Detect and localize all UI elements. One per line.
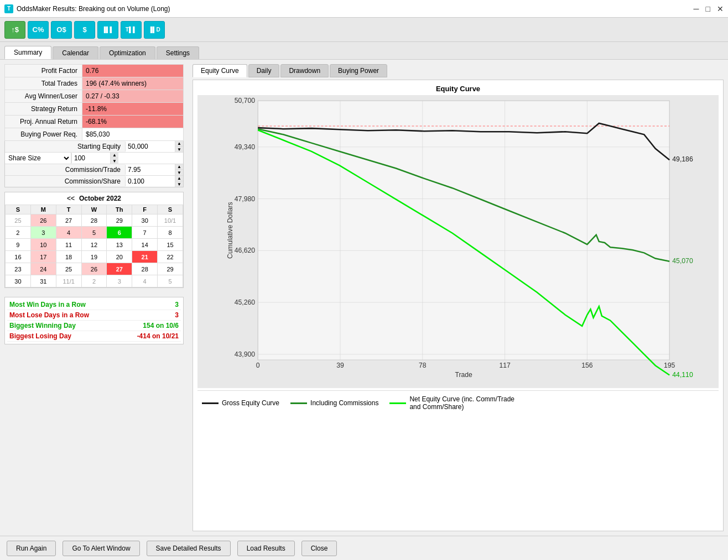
most-win-days-value: 3	[175, 301, 179, 308]
commission-share-down[interactable]: ▼	[175, 181, 183, 187]
starting-equity-down[interactable]: ▼	[175, 146, 183, 152]
cal-hdr-s: S	[6, 205, 31, 214]
share-size-spinner[interactable]: ▲ ▼	[110, 153, 118, 164]
toolbar-btn-up-dollar[interactable]: ↑$	[4, 21, 25, 39]
title-bar-left: T OddsMaker Results: Breaking out on Vol…	[4, 4, 170, 13]
cal-day: 27	[56, 214, 81, 227]
cal-day: 20	[107, 251, 132, 263]
share-size-down[interactable]: ▼	[111, 158, 118, 164]
cal-day: 9	[6, 239, 31, 251]
tab-summary[interactable]: Summary	[4, 46, 51, 59]
svg-text:50,700: 50,700	[235, 97, 256, 104]
main-tab-bar: Summary Calendar Optimization Settings	[0, 42, 728, 60]
commission-share-up[interactable]: ▲	[175, 176, 183, 181]
main-content: Profit Factor 0.76 Total Trades 196 (47.…	[0, 60, 728, 536]
svg-text:156: 156	[581, 362, 593, 369]
app-icon: T	[4, 4, 13, 13]
cal-day: 28	[132, 263, 158, 275]
cal-hdr-sat: S	[158, 205, 183, 214]
cal-day: 31	[30, 275, 56, 287]
chart-area: 50,700 49,340 47,980 46,620 45,260 43,90…	[197, 95, 719, 388]
toolbar-btn-dollar[interactable]: $	[74, 21, 95, 39]
buying-power-req-value: $85,030	[82, 128, 184, 141]
legend-gross-line	[202, 402, 219, 404]
chart-tab-equity[interactable]: Equity Curve	[193, 64, 247, 77]
cal-day: 3	[107, 275, 132, 287]
commission-share-spinner[interactable]: ▲ ▼	[175, 176, 183, 187]
share-size-input[interactable]	[71, 153, 110, 163]
svg-text:47,980: 47,980	[235, 195, 256, 203]
cal-day: 15	[158, 239, 183, 251]
calendar-section: << October 2022 S M T W Th F S 25 26 27 …	[4, 192, 184, 288]
commission-share-input[interactable]	[125, 176, 175, 186]
cal-day: 17	[30, 251, 56, 263]
tab-settings[interactable]: Settings	[157, 46, 199, 59]
load-results-button[interactable]: Load Results	[237, 541, 295, 556]
biggest-losing-day-row: Biggest Losing Day -414 on 10/21	[7, 331, 181, 342]
most-lose-days-row: Most Lose Days in a Row 3	[7, 310, 181, 321]
commission-trade-label: Commission/Trade	[5, 164, 125, 175]
cal-day: 4	[56, 227, 81, 239]
commission-trade-up[interactable]: ▲	[175, 164, 183, 170]
cal-day: 26	[81, 263, 107, 275]
svg-text:44,110: 44,110	[672, 371, 693, 379]
cal-day: 11/1	[56, 275, 81, 287]
cal-day: 27	[107, 263, 132, 275]
chart-tab-drawdown[interactable]: Drawdown	[280, 64, 329, 77]
save-detailed-results-button[interactable]: Save Detailed Results	[147, 541, 231, 556]
cal-day: 2	[6, 227, 31, 239]
cal-day: 19	[81, 251, 107, 263]
cal-day: 2	[81, 275, 107, 287]
close-button[interactable]: ✕	[717, 4, 724, 13]
tab-calendar[interactable]: Calendar	[53, 46, 98, 59]
svg-text:45,070: 45,070	[672, 257, 693, 265]
cal-day: 24	[30, 263, 56, 275]
starting-equity-section: Starting Equity ▲ ▼ Share Size ▲ ▼	[4, 141, 184, 187]
chart-title: Equity Curve	[197, 85, 719, 93]
legend-including: Including Commissions	[290, 399, 378, 407]
commission-trade-down[interactable]: ▼	[175, 170, 183, 175]
share-size-dropdown[interactable]: Share Size	[5, 153, 71, 164]
profit-factor-value: 0.76	[82, 65, 184, 77]
starting-equity-label: Starting Equity	[5, 141, 125, 152]
go-to-alert-window-button[interactable]: Go To Alert Window	[63, 541, 139, 556]
title-bar-controls: ─ □ ✕	[694, 4, 724, 13]
toolbar-btn-bar-chart[interactable]: ▐▌▌	[97, 21, 118, 39]
run-again-button[interactable]: Run Again	[7, 541, 56, 556]
svg-text:Cumulative Dollars: Cumulative Dollars	[226, 202, 234, 259]
tab-optimization[interactable]: Optimization	[100, 46, 155, 59]
toolbar-btn-d-chart[interactable]: ▐▌D	[144, 21, 165, 39]
chart-tab-buying-power[interactable]: Buying Power	[330, 64, 387, 77]
chart-tab-daily[interactable]: Daily	[248, 64, 280, 77]
cal-day: 3	[30, 227, 56, 239]
calendar-header: << October 2022	[5, 192, 183, 205]
biggest-losing-day-label: Biggest Losing Day	[9, 332, 71, 340]
cal-day: 29	[158, 263, 183, 275]
close-button[interactable]: Close	[301, 541, 337, 556]
starting-equity-spinner[interactable]: ▲ ▼	[175, 141, 183, 152]
toolbar-btn-o-dollar[interactable]: O$	[51, 21, 72, 39]
toolbar-btn-t-chart[interactable]: T▌▌	[121, 21, 142, 39]
chart-legend: Gross Equity Curve Including Commissions…	[197, 390, 719, 415]
toolbar-btn-c-percent[interactable]: C%	[28, 21, 49, 39]
biggest-winning-day-value: 154 on 10/6	[143, 322, 179, 329]
cal-week-1: 25 26 27 28 29 30 10/1	[6, 214, 183, 227]
cal-prev-btn[interactable]: <<	[67, 195, 75, 202]
starting-equity-input[interactable]	[125, 142, 175, 151]
minimize-button[interactable]: ─	[694, 4, 699, 13]
legend-net-label: Net Equity Curve (inc. Comm/Tradeand Com…	[409, 395, 514, 411]
commission-trade-spinner[interactable]: ▲ ▼	[175, 164, 183, 175]
maximize-button[interactable]: □	[706, 4, 710, 13]
equity-curve-svg: 50,700 49,340 47,980 46,620 45,260 43,90…	[197, 95, 719, 388]
avg-winner-loser-label: Avg Winner/Loser	[5, 90, 82, 103]
title-bar: T OddsMaker Results: Breaking out on Vol…	[0, 0, 728, 18]
share-size-up[interactable]: ▲	[111, 153, 118, 158]
cal-day: 18	[56, 251, 81, 263]
commission-trade-input[interactable]	[125, 165, 175, 175]
svg-text:49,186: 49,186	[672, 155, 693, 163]
starting-equity-up[interactable]: ▲	[175, 141, 183, 146]
cal-day: 10	[30, 239, 56, 251]
legend-including-line	[290, 402, 307, 404]
legend-including-label: Including Commissions	[310, 399, 378, 407]
cal-day: 23	[6, 263, 31, 275]
